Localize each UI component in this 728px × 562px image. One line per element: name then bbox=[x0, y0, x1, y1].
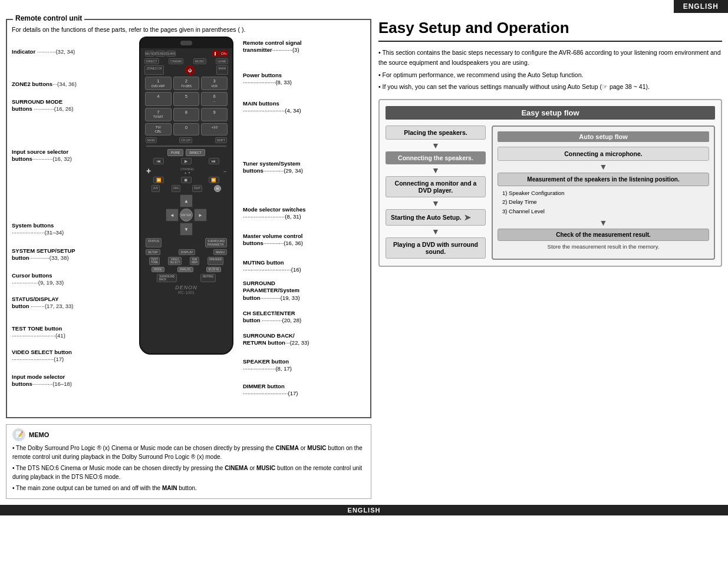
auto-setup-flow: Auto setup flow Connecting a microphone.… bbox=[492, 125, 715, 260]
intro-bullet-1: This section contains the basic steps ne… bbox=[378, 48, 722, 68]
remote-control-box: Remote control unit For details on the f… bbox=[6, 19, 371, 418]
easy-setup-flow: Easy setup flow Placing the speakers. ▼ … bbox=[378, 99, 722, 267]
flow-step-playing: Playing a DVD with surround sound. bbox=[386, 237, 486, 259]
memo-section: 📝 MEMO • The Dolby Surround Pro Logic ® … bbox=[6, 424, 371, 499]
auto-flow-header: Auto setup flow bbox=[498, 131, 709, 142]
label-tuner-system: Tuner system/Systembuttons·············(… bbox=[243, 160, 303, 175]
right-panel: Easy Setup and Operation This section co… bbox=[378, 19, 722, 499]
auto-sub-items: 1) Speaker Configuration 2) Delay Time 3… bbox=[502, 189, 709, 216]
memo-title: MEMO bbox=[29, 431, 49, 438]
label-surround-back: SURROUND BACK/RETURN button···(22, 33) bbox=[243, 332, 309, 347]
label-test-tone: TEST TONE button························… bbox=[12, 325, 65, 340]
bottom-english-banner: ENGLISH bbox=[0, 505, 728, 515]
auto-sub-item-2: 2) Delay Time bbox=[502, 197, 709, 206]
auto-arrow-2: ▼ bbox=[498, 218, 709, 227]
top-english-banner: ENGLISH bbox=[674, 0, 728, 13]
auto-arrow-1: ▼ bbox=[498, 162, 709, 171]
flow-left-steps: Placing the speakers. ▼ Connecting the s… bbox=[386, 125, 486, 260]
label-speaker-button: SPEAKER button ·····················(8, … bbox=[243, 358, 292, 373]
auto-step-microphone: Connecting a microphone. bbox=[498, 147, 709, 161]
label-surround-param: SURROUNDPARAMETER/Systembutton··········… bbox=[243, 280, 300, 302]
labels-right-column: Remote control signaltransmitter········… bbox=[243, 37, 365, 414]
flow-step-placing: Placing the speakers. bbox=[386, 125, 486, 140]
intro-bullets: This section contains the basic steps ne… bbox=[378, 48, 722, 92]
flow-step-connecting-speakers: Connecting the speakers. bbox=[386, 151, 486, 164]
memo-body: • The Dolby Surround Pro Logic ® (x) Cin… bbox=[12, 444, 365, 492]
label-dimmer: DIMMER button ··························… bbox=[243, 383, 298, 398]
section-title: Easy Setup and Operation bbox=[378, 19, 722, 37]
left-panel: Remote control unit For details on the f… bbox=[6, 19, 371, 499]
label-system-buttons: System buttons·····················(31–3… bbox=[12, 222, 64, 237]
label-cursor: Cursor buttons·················(9, 19, 3… bbox=[12, 272, 64, 287]
remote-box-title: Remote control unit bbox=[13, 14, 84, 22]
flow-arrow-3: ▼ bbox=[386, 199, 486, 208]
section-divider bbox=[378, 41, 722, 42]
label-video-select: VIDEO SELECT button·····················… bbox=[12, 349, 72, 363]
label-indicator: Indicator ············(32, 34) bbox=[12, 48, 75, 55]
auto-step-check: Check of the measurement result. bbox=[498, 229, 709, 241]
flow-arrow-2: ▼ bbox=[386, 166, 486, 175]
label-remote-signal: Remote control signaltransmitter········… bbox=[243, 39, 302, 54]
label-input-mode: Input mode selectorbuttons·············(… bbox=[12, 373, 72, 388]
memo-icon: 📝 bbox=[12, 428, 25, 441]
label-input-source: Input source selectorbuttons············… bbox=[12, 148, 72, 163]
auto-step-measurement: Measurement of the speakers in the liste… bbox=[498, 173, 709, 186]
flow-arrow-4: ▼ bbox=[386, 227, 486, 236]
flow-step-monitor: Connecting a monitor and a DVD player. bbox=[386, 176, 486, 197]
label-ch-select: CH SELECT/ENTERbutton ·············(20, … bbox=[243, 310, 301, 325]
auto-sub-item-3: 3) Channel Level bbox=[502, 207, 709, 216]
flow-arrow-1: ▼ bbox=[386, 141, 486, 150]
flow-arrow-right: ➤ bbox=[464, 213, 471, 222]
label-power-buttons: Power buttons ·····················(8, 3… bbox=[243, 72, 292, 87]
label-mode-selector: Mode selector switches ·················… bbox=[243, 206, 306, 221]
remote-subtitle: For details on the functions of these pa… bbox=[12, 26, 365, 33]
label-main-buttons: MAIN buttons ···························… bbox=[243, 100, 301, 115]
label-muting: MUTING button ··························… bbox=[243, 259, 301, 274]
intro-bullet-3: If you wish, you can set the various set… bbox=[378, 82, 722, 92]
intro-bullet-2: For optimum performance, we recommend us… bbox=[378, 70, 722, 80]
label-system-setup: SYSTEM SETUP/SETUPbutton·············(33… bbox=[12, 247, 75, 262]
easy-setup-flow-header: Easy setup flow bbox=[386, 106, 715, 120]
flow-step-auto-setup-label: Starting the Auto Setup. bbox=[391, 214, 462, 221]
label-master-volume: Master volume controlbuttons············… bbox=[243, 233, 303, 247]
labels-left-column: Indicator ············(32, 34) ZONE2 but… bbox=[12, 37, 130, 402]
remote-image: MUTE STEREO SURR ▌ CH+ DIRECT bbox=[133, 37, 239, 366]
label-status-display: STATUS/DISPLAYbutton ·········(17, 23, 3… bbox=[12, 296, 74, 310]
flow-step-auto-setup-row: Starting the Auto Setup. ➤ bbox=[386, 209, 486, 226]
auto-sub-item-1: 1) Speaker Configuration bbox=[502, 189, 709, 197]
label-surround-mode: SURROUND MODEbuttons ·············(16, 2… bbox=[12, 98, 74, 113]
label-zone2: ZONE2 buttons···(34, 36) bbox=[12, 81, 77, 88]
auto-store-text: Store the measurement result in the memo… bbox=[498, 243, 709, 250]
